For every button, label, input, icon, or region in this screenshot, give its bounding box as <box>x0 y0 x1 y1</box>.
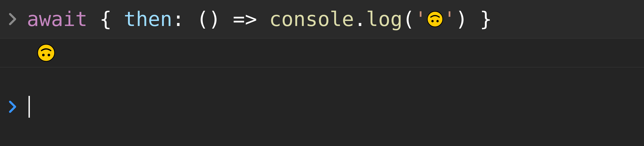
console-output-row <box>0 38 644 68</box>
console-prompt-row[interactable] <box>0 68 644 146</box>
string-quote-close: ' <box>444 5 456 33</box>
console-input-row: await { then: () => console.log('') } <box>0 0 644 38</box>
brace-open: { <box>100 5 112 33</box>
chevron-right-icon <box>8 100 17 114</box>
active-prompt-marker <box>8 100 17 114</box>
upside-down-face-icon <box>427 11 444 28</box>
brace-close: } <box>480 5 492 33</box>
text-cursor <box>28 96 30 118</box>
svg-point-4 <box>42 54 44 56</box>
console: await { then: () => console.log('') } <box>0 0 644 146</box>
svg-point-3 <box>38 44 54 61</box>
input-prompt-marker <box>8 12 17 26</box>
svg-point-0 <box>427 12 443 27</box>
method-log: log <box>366 5 402 33</box>
string-quote-open: ' <box>414 5 427 33</box>
svg-point-5 <box>48 54 50 56</box>
upside-down-face-icon <box>37 44 55 62</box>
svg-point-1 <box>431 20 434 22</box>
chevron-right-icon <box>8 12 17 26</box>
property-then: then <box>124 5 172 33</box>
arrow-operator: => <box>233 5 257 33</box>
svg-point-2 <box>436 20 439 22</box>
code-line: await { then: () => console.log('') } <box>27 5 492 33</box>
object-console: console <box>269 5 354 33</box>
keyword-await: await <box>27 5 88 33</box>
